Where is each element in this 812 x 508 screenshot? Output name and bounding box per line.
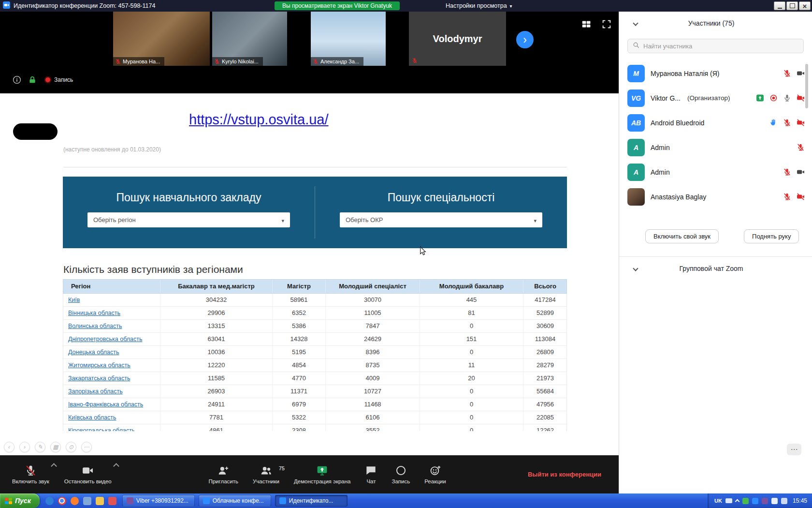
avatar bbox=[627, 188, 645, 206]
unmute-button[interactable]: Включить звук bbox=[5, 464, 57, 484]
vstup-link[interactable]: https://vstup.osvita.ua/ bbox=[189, 112, 329, 128]
cell-bakalavr: 11585 bbox=[160, 372, 273, 385]
stop-video-button[interactable]: Остановить видео bbox=[57, 464, 119, 484]
okr-select-value: Оберіть ОКР bbox=[346, 216, 383, 224]
fullscreen-icon[interactable] bbox=[601, 19, 612, 31]
chevron-down-icon bbox=[534, 216, 536, 224]
recording-label: Запись bbox=[54, 76, 73, 83]
search-panel: Пошук навчального закладу Оберіть регіон… bbox=[63, 177, 567, 248]
minimize-button[interactable] bbox=[774, 1, 785, 10]
region-link[interactable]: Івано-Франківська область bbox=[68, 401, 143, 408]
participants-list: М Муранова Наталія (Я) VG bbox=[619, 61, 812, 209]
network-icon[interactable] bbox=[781, 498, 787, 504]
volume-icon[interactable] bbox=[771, 498, 778, 504]
participant-name: Муранова На... bbox=[123, 59, 160, 64]
mail-icon[interactable] bbox=[108, 497, 116, 505]
camera-off-icon bbox=[797, 94, 805, 102]
more-options-button[interactable] bbox=[787, 444, 801, 455]
avatar: A bbox=[627, 164, 645, 181]
firefox-icon[interactable] bbox=[71, 497, 79, 505]
video-name-bar: Муранова На... bbox=[113, 57, 164, 66]
nav-back-icon[interactable]: ‹ bbox=[4, 442, 14, 452]
reactions-button[interactable]: Реакции bbox=[417, 464, 453, 484]
muted-mic-icon bbox=[412, 58, 418, 63]
viewing-banner: Вы просматриваете экран Viktor Gnatyuk bbox=[275, 1, 400, 10]
explorer-icon[interactable] bbox=[83, 497, 91, 505]
participant-row[interactable]: М Муранова Наталія (Я) bbox=[619, 61, 812, 86]
participant-row[interactable]: Anastasiya Baglay bbox=[619, 184, 812, 209]
grid-icon[interactable]: ▦ bbox=[50, 442, 61, 452]
record-button[interactable]: Запись bbox=[384, 464, 417, 484]
keyboard-layout-icon[interactable] bbox=[725, 498, 732, 503]
video-tile[interactable]: Kyrylo Nikolai... bbox=[212, 12, 287, 66]
participant-search[interactable] bbox=[627, 39, 804, 53]
hidden-icons-chevron[interactable] bbox=[735, 499, 740, 504]
next-participants-button[interactable] bbox=[516, 31, 534, 48]
avatar: A bbox=[627, 139, 645, 156]
col-magistr: Магістр bbox=[273, 280, 326, 293]
search-input[interactable] bbox=[643, 43, 798, 50]
cell-magistr: 4770 bbox=[273, 372, 326, 385]
okr-select[interactable]: Оберіть ОКР bbox=[340, 212, 542, 227]
maximize-button[interactable] bbox=[786, 1, 798, 10]
cell-mol-specialist: 6106 bbox=[326, 411, 420, 424]
taskbar-task[interactable]: Облачные конфе... bbox=[199, 495, 271, 507]
region-link[interactable]: Закарпатська область bbox=[68, 375, 130, 382]
region-link[interactable]: Донецька область bbox=[68, 349, 119, 356]
clock[interactable]: 15:45 bbox=[793, 497, 807, 504]
info-icon[interactable] bbox=[13, 75, 21, 84]
video-tile[interactable]: Volodymyr bbox=[409, 12, 506, 66]
cell-mol-specialist: 24629 bbox=[326, 333, 420, 345]
cell-magistr: 11371 bbox=[273, 385, 326, 398]
cell-vsogo: 47956 bbox=[523, 398, 567, 411]
region-link[interactable]: Житомирська область bbox=[68, 362, 130, 369]
nav-forward-icon[interactable]: › bbox=[19, 442, 30, 452]
region-link[interactable]: Волинська область bbox=[68, 323, 122, 329]
stop-video-label: Остановить видео bbox=[64, 478, 112, 484]
participant-row[interactable]: A Admin bbox=[619, 160, 812, 184]
folder-icon[interactable] bbox=[96, 497, 104, 505]
invite-button[interactable]: Пригласить bbox=[201, 464, 246, 484]
share-screen-button[interactable]: Демонстрация экрана bbox=[287, 464, 358, 484]
participant-row[interactable]: A Admin bbox=[619, 135, 812, 160]
region-link[interactable]: Дніпропетровська область bbox=[68, 336, 142, 343]
cell-mol-bakalavr: 20 bbox=[420, 372, 523, 385]
region-select[interactable]: Оберіть регіон bbox=[87, 212, 290, 227]
region-link[interactable]: Кіровоградська область bbox=[68, 427, 135, 431]
draw-icon[interactable]: ✎ bbox=[35, 442, 45, 452]
participant-name: Anastasiya Baglay bbox=[651, 193, 706, 201]
gallery-view-icon[interactable] bbox=[581, 19, 592, 31]
view-settings-button[interactable]: Настройки просмотра bbox=[446, 0, 512, 12]
participant-row[interactable]: AB Android Bluedroid bbox=[619, 110, 812, 135]
taskbar-task[interactable]: Идентификато... bbox=[275, 495, 348, 507]
ie-icon[interactable] bbox=[45, 497, 54, 505]
spotlight-icon[interactable]: ⊙ bbox=[66, 442, 76, 452]
viber-tray-icon[interactable] bbox=[762, 498, 768, 504]
scrollbar[interactable] bbox=[805, 64, 808, 108]
windows-logo-icon bbox=[5, 498, 12, 504]
close-button[interactable] bbox=[799, 1, 811, 10]
start-button[interactable]: Пуск bbox=[0, 493, 40, 508]
language-indicator[interactable]: UK bbox=[714, 498, 722, 504]
share-screen-label: Демонстрация экрана bbox=[294, 478, 351, 484]
cell-mol-specialist: 8396 bbox=[326, 346, 420, 359]
chrome-icon[interactable] bbox=[58, 497, 66, 505]
more-tools-icon[interactable]: ⋯ bbox=[81, 442, 92, 452]
video-tile[interactable]: Александр За... bbox=[311, 12, 386, 66]
chat-button[interactable]: Чат bbox=[358, 464, 384, 484]
video-tile[interactable]: Муранова На... bbox=[113, 12, 210, 66]
unmute-self-button[interactable]: Включить свой звук bbox=[645, 229, 719, 243]
region-link[interactable]: Вінницька область bbox=[68, 310, 120, 316]
cell-mol-specialist: 8735 bbox=[326, 359, 420, 372]
antivirus-shield-icon[interactable] bbox=[742, 498, 749, 504]
region-link[interactable]: Запорізька область bbox=[68, 388, 123, 395]
participant-row[interactable]: VG Viktor G... (Организатор) bbox=[619, 86, 812, 110]
taskbar-task[interactable]: Viber +380931292... bbox=[122, 495, 195, 507]
zoom-tray-icon[interactable] bbox=[752, 498, 758, 504]
raise-hand-button[interactable]: Поднять руку bbox=[744, 229, 799, 243]
region-link[interactable]: Київська область bbox=[68, 414, 116, 421]
region-link[interactable]: Київ bbox=[68, 297, 80, 303]
participants-button[interactable]: 75 Участники bbox=[246, 464, 287, 484]
reactions-label: Реакции bbox=[424, 478, 446, 484]
leave-meeting-button[interactable]: Выйти из конференции bbox=[528, 471, 601, 478]
